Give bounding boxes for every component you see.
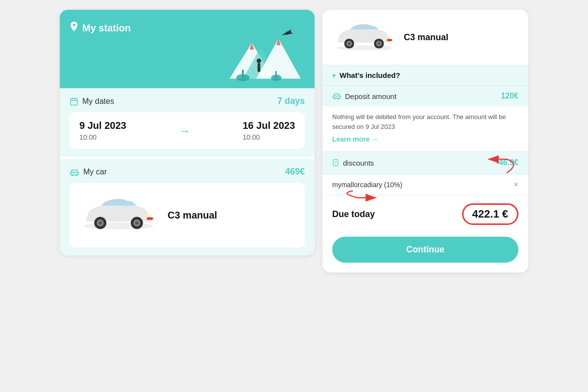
svg-point-6 [257,59,261,63]
due-label: Due today [332,209,375,220]
svg-rect-11 [71,98,77,105]
deposit-amount: 120€ [501,92,518,100]
svg-point-33 [377,42,380,45]
dates-section: My dates 7 days 9 Jul 2023 10:00 → 16 Ju… [60,88,315,157]
deposit-info-text: Nothing will be debited from your accoun… [332,112,518,131]
svg-rect-5 [258,63,260,72]
left-panel: My station [60,10,315,255]
discounts-label-row: discounts [332,159,374,167]
dates-header: My dates 7 days [70,96,305,106]
start-date-block: 9 Jul 2023 10:00 [79,120,126,141]
pin-icon [70,22,78,35]
svg-point-30 [348,42,351,45]
svg-point-18 [84,222,153,229]
right-car-name: C3 manual [404,32,448,43]
svg-rect-15 [71,172,79,174]
calendar-icon [70,97,78,106]
learn-more-arrow: → [371,135,378,143]
learn-more-link[interactable]: Learn more → [332,135,518,143]
days-count: 7 days [277,96,305,106]
svg-point-35 [387,36,392,39]
continue-button[interactable]: Continue [332,237,518,263]
svg-rect-10 [275,71,277,78]
car-image-left [79,191,158,240]
station-label: My station [82,23,131,34]
discounts-section: discounts -46.9€ [322,151,528,174]
svg-point-27 [336,46,392,50]
end-time: 10:00 [243,133,295,141]
dates-label: My dates [70,97,114,106]
svg-rect-9 [242,70,244,78]
coupon-close-button[interactable]: × [514,180,518,189]
discount-amount: -46.9€ [496,158,518,167]
tag-icon [332,159,339,167]
dates-row: 9 Jul 2023 10:00 → 16 Jul 2023 10:00 [70,112,305,149]
svg-rect-36 [333,96,341,98]
car-icon [70,168,79,176]
end-date-block: 16 Jul 2023 10:00 [243,120,295,141]
coupon-text: mymallorcadiary (10%) [332,181,402,189]
right-panel: C3 manual ▾ What's included? Deposit amo… [322,10,528,272]
svg-rect-34 [387,39,392,41]
svg-point-24 [135,221,139,224]
learn-more-text: Learn more [332,135,369,143]
included-section[interactable]: ▾ What's included? [322,65,528,86]
station-banner: My station [60,10,315,88]
car-name-left: C3 manual [168,210,217,221]
due-row: Due today 422.1 € [322,196,528,233]
due-amount: 422.1 € [462,203,518,225]
car-detail-row: C3 manual [70,183,305,247]
car-price: 469€ [285,167,305,177]
car-section: My car 469€ [60,159,315,255]
start-time: 10:00 [79,133,126,141]
deposit-label-row: Deposit amount [332,92,396,100]
coupon-row: mymallorcadiary (10%) × [322,174,528,196]
svg-point-37 [334,98,336,99]
deposit-info: Nothing will be debited from your accoun… [322,106,528,151]
right-car-section: C3 manual [322,10,528,65]
svg-rect-25 [147,217,153,220]
car-label: My car [70,168,107,176]
included-label: What's included? [340,71,400,79]
svg-point-26 [147,213,152,217]
car-image-right [332,18,396,57]
svg-point-21 [98,221,102,224]
deposit-car-icon [332,92,341,100]
svg-rect-39 [333,160,338,166]
start-date: 9 Jul 2023 [79,120,126,131]
deposit-section: Deposit amount 120€ [322,86,528,106]
end-date: 16 Jul 2023 [243,120,295,131]
station-illustration [212,24,310,88]
date-arrow-icon: → [134,124,235,138]
chevron-down-icon: ▾ [332,72,336,79]
car-header: My car 469€ [70,167,305,177]
svg-point-38 [338,98,339,99]
